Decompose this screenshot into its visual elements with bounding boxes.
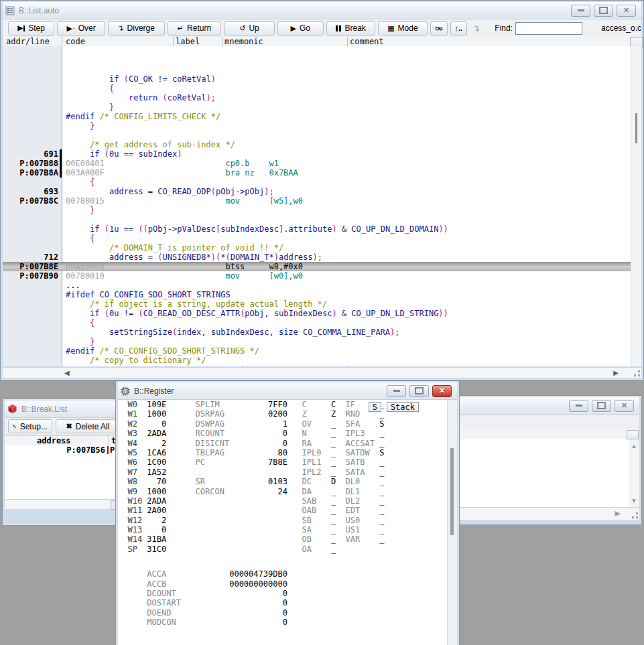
up-dots-button[interactable]: ↑.. — [450, 21, 468, 35]
bg-scroll-right-icon[interactable]: ▶ — [615, 509, 621, 518]
breakpoint-row[interactable]: P:007B56P — [5, 445, 121, 455]
listing-row[interactable]: /* copy to dictionary */ — [3, 356, 631, 365]
listing-row[interactable]: /* DOMAIN_T is pointer of void !! */ — [3, 243, 631, 253]
listing-row[interactable]: { — [3, 318, 631, 328]
register-row[interactable]: W3 2ADA RCOUNT 0 N _ IPL3 _ — [118, 429, 448, 438]
bg-resize-grip[interactable] — [630, 510, 638, 518]
gutter-cell[interactable]: P:007B8A — [3, 168, 62, 177]
gutter-cell[interactable]: P:007B8E — [3, 262, 62, 271]
setup-button[interactable]: Setup... — [8, 419, 52, 433]
accumulator-row[interactable]: MODCON 0 — [118, 618, 448, 627]
accumulator-row[interactable]: ACCA 000004739DB0 — [118, 569, 448, 579]
register-row[interactable]: W2 0 DSWPAG 1 OV _ SFA S — [118, 419, 448, 429]
minimize-button[interactable] — [571, 5, 590, 17]
listing-row[interactable]: #endif /* CO_CONFIG_SDO_SHORT_STRINGS */ — [3, 346, 631, 356]
reg-minimize-button[interactable] — [387, 385, 406, 397]
register-row[interactable]: W13 0 SA _ US1 _ — [118, 525, 448, 534]
s-button[interactable]: S — [369, 402, 381, 412]
resize-grip[interactable] — [632, 368, 640, 376]
listing-row[interactable]: { — [3, 177, 631, 187]
up-button[interactable]: ↺ Up — [224, 21, 274, 35]
list-vscroll-thumb[interactable] — [635, 113, 637, 143]
list-vertical-scrollbar[interactable] — [631, 46, 641, 366]
bg-close-button[interactable]: ✕ — [615, 400, 634, 412]
listing-row[interactable]: if (0u != (CO_READ_OD_DESC_ATTR(pObj, su… — [3, 309, 631, 318]
register-row[interactable]: W10 2ADA SAB _ DL2 _ — [118, 496, 448, 506]
bg-maximize-button[interactable] — [592, 400, 611, 412]
register-vscroll-thumb[interactable] — [450, 448, 454, 535]
gutter-cell[interactable]: 693 — [3, 187, 62, 196]
register-row[interactable]: W9 1000 CORCON 24 DA _ DL1 _ — [118, 487, 448, 496]
listing-row[interactable]: #ifdef CO_CONFIG_SDO_SHORT_STRINGS — [3, 290, 631, 299]
close-button[interactable]: ✕ — [617, 5, 636, 17]
listing-row[interactable] — [3, 131, 631, 140]
listing-row[interactable]: setStringSize(index, subIndexDesc, size … — [3, 328, 631, 337]
maximize-button[interactable] — [594, 5, 613, 17]
listing-row[interactable]: } — [3, 206, 631, 215]
return-button[interactable]: ↵ Return — [168, 21, 222, 35]
listing-row[interactable]: { — [3, 84, 631, 93]
gutter-cell[interactable]: 712 — [3, 253, 62, 262]
register-row[interactable]: W12 2 SB _ US0 _ — [118, 516, 448, 525]
listing-row[interactable]: /* get address of sub-index */ — [3, 140, 631, 149]
find-input[interactable] — [515, 22, 582, 35]
accumulator-row[interactable]: ACCB 000000000000 — [118, 579, 448, 589]
bg-minimize-button[interactable] — [569, 400, 588, 412]
register-row[interactable]: SP 31C0 OA _ — [118, 545, 448, 554]
gutter-cell[interactable]: P:007B8C — [3, 196, 62, 206]
mode-button[interactable]: ▦ Mode — [378, 21, 427, 35]
listing-row[interactable]: P:007B8A003A000F bra nz 0x7BAA — [3, 168, 631, 177]
gutter-cell[interactable]: 733 — [3, 365, 62, 366]
listing-row-current-pc[interactable]: P:007B8E00A60008 btss w8,#0x0 — [3, 262, 631, 271]
listing-row[interactable]: } — [3, 102, 631, 112]
listing-row[interactable]: } — [3, 337, 631, 346]
listing-row[interactable]: 733 CO_NUM_MEMCPY(address, pData, size, … — [3, 365, 631, 366]
gutter-cell[interactable]: 691 — [3, 149, 62, 159]
break-titlebar[interactable]: B::Break.List — [5, 401, 121, 418]
listing-row[interactable]: if (CO_OK != coRetVal) — [3, 74, 631, 84]
reg-close-button[interactable]: ✕ — [432, 385, 452, 397]
background-vertical-scrollbar[interactable]: ▲ ▼ — [629, 439, 639, 507]
listing-row[interactable]: P:007B8C00780015 mov [w5],w0 — [3, 196, 631, 206]
listing-row[interactable]: ... — [3, 281, 631, 290]
listing-row[interactable]: #endif /* CONFIG_LIMITS_CHECK */ — [3, 112, 631, 121]
accumulator-row[interactable]: DOSTART 0 — [118, 598, 448, 607]
listing-row[interactable]: return (coRetVal); — [3, 93, 631, 102]
register-row[interactable]: W4 2 DISICNT 0 RA _ ACCSAT _ — [118, 439, 448, 448]
diverge-button[interactable]: ↴ Diverge — [108, 21, 165, 35]
register-row[interactable]: W7 1A52 IPL2 _ SATA _ — [118, 468, 448, 477]
register-row[interactable]: W6 1C00 PC 7B8E IPL1 _ SATB _ — [118, 457, 448, 467]
listing-row[interactable] — [3, 215, 631, 224]
reg-maximize-button[interactable] — [409, 385, 429, 397]
stack-button[interactable]: Stack — [387, 402, 419, 412]
listing-row[interactable]: } — [3, 121, 631, 131]
register-row[interactable]: W8 70 SR 0103 DC D DL0 _ — [118, 477, 448, 486]
listing-row[interactable]: 693 address = CO_READ_ODP(pObj->pObj); — [3, 187, 631, 196]
step-button[interactable]: ▶ Step — [8, 21, 54, 35]
over-button[interactable]: ▶· Over — [57, 21, 105, 35]
scroll-left-icon[interactable]: ◀ — [64, 369, 70, 376]
gutter-cell[interactable]: P:007B90 — [3, 271, 62, 281]
list-horizontal-scrollbar[interactable]: ◀ ▶ — [3, 367, 641, 378]
scroll-right-icon[interactable]: ▶ — [613, 369, 619, 376]
listing-row[interactable]: 712 address = (UNSIGNED8*)(*(DOMAIN_T*)a… — [3, 253, 631, 262]
register-titlebar[interactable]: B::Register ✕ — [118, 382, 457, 400]
listing-row[interactable]: { — [3, 234, 631, 243]
register-row[interactable]: W11 2A00 OAB _ EDT _ — [118, 506, 448, 515]
delete-all-button[interactable]: ✖ Delete All — [56, 419, 120, 433]
list-titlebar[interactable]: B::List.auto ✕ — [3, 2, 641, 19]
listing-row[interactable]: P:007B9000780010 mov [w0],w0 — [3, 271, 631, 281]
listing-row[interactable]: 691 if (0u == subIndex) — [3, 149, 631, 159]
accumulator-row[interactable]: DCOUNT 0 — [118, 589, 448, 598]
go-button[interactable]: ▶ Go — [277, 21, 324, 35]
break-button[interactable]: Break — [326, 21, 375, 35]
register-vertical-scrollbar[interactable] — [447, 400, 457, 645]
register-row[interactable]: W14 31BA OB _ VAR _ — [118, 534, 448, 544]
register-row[interactable]: W5 1CA6 TBLPAG 80 IPL0 _ SATDW S — [118, 448, 448, 457]
gutter-cell[interactable]: P:007B88 — [3, 159, 62, 168]
bg-scroll-up-icon[interactable]: ▲ — [631, 442, 637, 449]
bg-scroll-down-icon[interactable]: ▼ — [631, 497, 637, 504]
listing-row[interactable]: /* if object is a string, update actual … — [3, 299, 631, 309]
listing-row[interactable]: if (1u == ((pObj->pValDesc[subIndexDesc]… — [3, 224, 631, 234]
break-horizontal-scrollbar[interactable] — [5, 499, 121, 509]
